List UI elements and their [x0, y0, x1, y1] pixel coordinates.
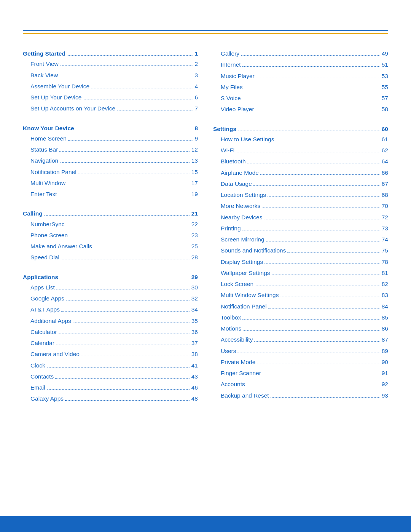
- entry-page-number: 9: [194, 134, 198, 143]
- entry-page-number: 85: [382, 313, 388, 322]
- dot-leader: [69, 237, 190, 237]
- toc-entry: Apps List30: [23, 283, 198, 292]
- toc-entry: Calendar37: [23, 339, 198, 347]
- entry-page-number: 4: [194, 82, 198, 91]
- dot-leader: [247, 386, 380, 386]
- entry-page-number: 23: [191, 231, 198, 240]
- entry-label: Video Player: [221, 105, 254, 113]
- dot-leader: [262, 208, 380, 208]
- dot-leader: [241, 55, 380, 56]
- dot-leader: [56, 289, 190, 289]
- entry-page-number: 67: [382, 179, 388, 188]
- dot-leader: [242, 66, 380, 67]
- entry-label: Notification Panel: [30, 168, 76, 176]
- dot-leader: [61, 311, 190, 312]
- entry-label: Make and Answer Calls: [30, 242, 92, 251]
- entry-label: Backup and Reset: [221, 391, 269, 400]
- toc-entry: Speed Dial28: [23, 253, 198, 262]
- toc-entry: Contacts43: [23, 372, 198, 381]
- entry-page-number: 41: [191, 361, 198, 370]
- dot-leader: [76, 130, 193, 130]
- entry-label: Internet: [221, 60, 241, 69]
- dot-leader: [266, 241, 380, 241]
- section-page: 8: [194, 124, 198, 133]
- entry-label: How to Use Settings: [221, 135, 274, 144]
- entry-label: My Files: [221, 83, 243, 91]
- entry-label: Galaxy Apps: [30, 394, 64, 403]
- entry-page-number: 84: [382, 302, 388, 311]
- dot-leader: [263, 375, 380, 375]
- toc-entry: How to Use Settings61: [213, 135, 388, 144]
- dot-leader: [264, 219, 380, 219]
- dot-leader: [255, 286, 380, 286]
- section-page: 29: [191, 273, 198, 281]
- entry-page-number: 83: [382, 291, 388, 299]
- dot-leader: [55, 378, 190, 379]
- entry-page-number: 30: [191, 283, 198, 292]
- entry-page-number: 25: [191, 242, 198, 251]
- entry-label: Data Usage: [221, 179, 252, 188]
- entry-label: Users: [221, 347, 236, 355]
- toc-entry: S Voice57: [213, 94, 388, 102]
- entry-label: Screen Mirroring: [221, 235, 264, 244]
- section-page: 21: [191, 209, 198, 218]
- right-column: Gallery49Internet51Music Player53My File…: [213, 49, 388, 414]
- entry-page-number: 91: [382, 369, 388, 377]
- entry-page-number: 93: [382, 391, 388, 400]
- dot-leader: [243, 330, 380, 331]
- entry-label: Front View: [30, 59, 59, 68]
- toc-entry: Accounts92: [213, 380, 388, 388]
- entry-page-number: 13: [191, 156, 198, 165]
- toc-entry: Phone Screen23: [23, 231, 198, 240]
- entry-label: Calculator: [30, 328, 57, 336]
- entry-page-number: 89: [382, 347, 388, 355]
- dot-leader: [61, 259, 190, 259]
- dot-leader: [257, 364, 380, 364]
- dot-leader: [260, 174, 380, 175]
- entry-label: Sounds and Notifications: [221, 246, 286, 255]
- entry-page-number: 12: [191, 145, 198, 154]
- entry-label: Contacts: [30, 372, 54, 381]
- toc-entry: Bluetooth64: [213, 157, 388, 166]
- dot-leader: [242, 230, 380, 230]
- entry-page-number: 74: [382, 235, 388, 244]
- entry-page-number: 15: [191, 168, 198, 176]
- toc-entry: Set Up Your Device6: [23, 93, 198, 102]
- section-header: Calling21: [23, 209, 198, 218]
- entry-label: Calendar: [30, 339, 54, 347]
- entry-label: Accessibility: [221, 335, 253, 344]
- dot-leader: [280, 297, 380, 297]
- entry-label: S Voice: [221, 94, 241, 102]
- toc-entry: Home Screen9: [23, 134, 198, 143]
- toc-entry: Navigation13: [23, 156, 198, 165]
- dot-leader: [65, 400, 190, 401]
- toc-entry: Make and Answer Calls25: [23, 242, 198, 251]
- entry-label: Lock Screen: [221, 280, 253, 288]
- entry-label: Camera and Video: [30, 350, 80, 358]
- entry-page-number: 62: [382, 146, 388, 155]
- entry-page-number: 66: [382, 168, 388, 177]
- toc-entry: Screen Mirroring74: [213, 235, 388, 244]
- dot-leader: [47, 389, 190, 390]
- dot-leader: [44, 215, 190, 216]
- entry-label: Location Settings: [221, 190, 266, 199]
- dot-leader: [56, 345, 190, 345]
- entry-label: Accounts: [221, 380, 245, 388]
- toc-entry: Sounds and Notifications75: [213, 246, 388, 255]
- dot-leader: [91, 88, 193, 88]
- toc-section: Applications29Apps List30Google Apps32AT…: [23, 273, 198, 403]
- entry-page-number: 57: [382, 94, 388, 102]
- entry-page-number: 61: [382, 135, 388, 144]
- toc-entry: Wi-Fi62: [213, 146, 388, 155]
- entry-label: Multi Window: [30, 179, 65, 187]
- section-page: 1: [194, 49, 198, 58]
- dot-leader: [256, 111, 380, 111]
- entry-page-number: 34: [191, 305, 198, 314]
- dot-leader: [60, 66, 193, 66]
- entry-label: Apps List: [30, 283, 55, 292]
- entry-label: Notification Panel: [221, 302, 267, 311]
- dot-leader: [66, 226, 190, 226]
- toc-entry: Assemble Your Device4: [23, 82, 198, 91]
- entry-label: Finger Scanner: [221, 369, 261, 377]
- section-title: Know Your Device: [23, 124, 74, 133]
